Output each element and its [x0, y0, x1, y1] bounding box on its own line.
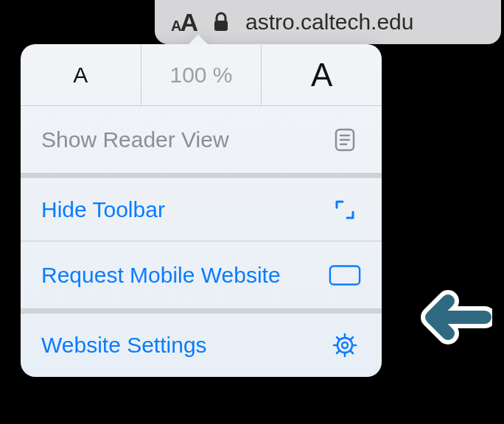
reader-icon	[329, 127, 361, 152]
zoom-value: 100 %	[169, 63, 232, 88]
small-a-icon: A	[73, 63, 88, 88]
svg-rect-0	[214, 21, 228, 31]
svg-line-13	[351, 351, 353, 353]
request-mobile-website-item[interactable]: Request Mobile Website	[21, 241, 382, 309]
zoom-controls: A 100 % A	[21, 44, 382, 106]
page-settings-popover: A 100 % A Show Reader View Hide Toolbar	[21, 44, 382, 377]
expand-icon	[329, 198, 361, 222]
svg-point-7	[342, 342, 348, 348]
lock-icon	[213, 12, 229, 32]
hide-toolbar-item[interactable]: Hide Toolbar	[21, 174, 382, 241]
large-a-icon: A	[311, 57, 332, 93]
svg-line-12	[337, 337, 339, 339]
zoom-level[interactable]: 100 %	[141, 44, 262, 105]
device-icon	[329, 263, 361, 288]
text-size-icon[interactable]: AA	[171, 8, 197, 37]
svg-rect-5	[330, 266, 360, 284]
website-settings-item[interactable]: Website Settings	[21, 309, 382, 377]
show-reader-view-label: Show Reader View	[41, 127, 229, 152]
svg-line-15	[351, 337, 353, 339]
svg-point-6	[337, 338, 352, 353]
hide-toolbar-label: Hide Toolbar	[41, 197, 165, 222]
svg-line-14	[337, 351, 339, 353]
website-settings-label: Website Settings	[41, 333, 207, 358]
show-reader-view-item: Show Reader View	[21, 106, 382, 174]
zoom-in-button[interactable]: A	[262, 44, 382, 105]
request-mobile-website-label: Request Mobile Website	[41, 263, 281, 288]
gear-icon	[329, 333, 361, 358]
popover-caret	[188, 35, 209, 45]
zoom-out-button[interactable]: A	[21, 44, 141, 105]
callout-arrow-icon	[404, 284, 492, 353]
url-text: astro.caltech.edu	[245, 10, 413, 35]
